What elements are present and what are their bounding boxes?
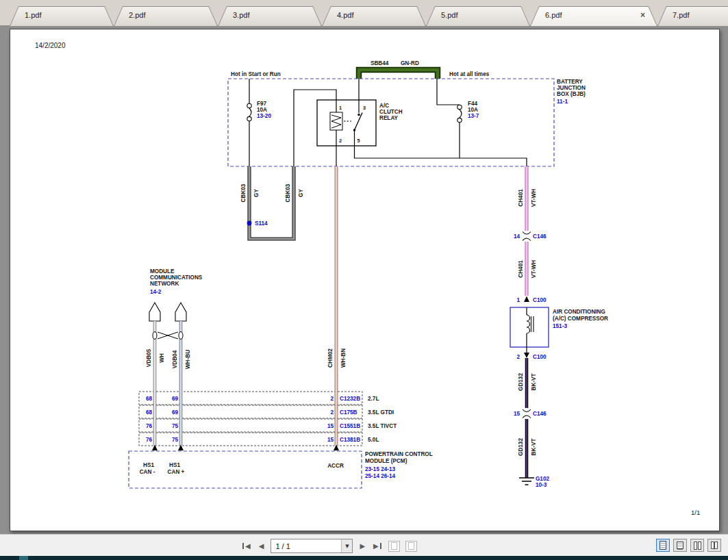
pcm-connector-table: 68 69 2 C1232B 2.7L 68 69 2 C175B 3.5L G… — [139, 392, 397, 446]
relay-pin-5: 5 — [357, 138, 360, 144]
tab-label: 3.pdf — [233, 11, 249, 19]
mcn-name-1: MODULE — [150, 268, 175, 275]
f97-id: F97 — [257, 101, 267, 107]
next-page-icon: ▶ — [360, 543, 365, 550]
clutch-coil-symbol — [527, 315, 530, 333]
c100-lower-arrow — [524, 353, 529, 358]
book-view-icon — [711, 542, 718, 549]
first-page-button[interactable]: ◀ — [241, 542, 252, 550]
view-mode-book-button[interactable] — [707, 539, 721, 552]
row3-pin-a: 76 — [146, 423, 153, 429]
relay-name-3: RELAY — [379, 115, 399, 121]
row3-engine: 3.5L TIVCT — [368, 423, 397, 429]
power-feed-section: SBB44 GN-RD Hot in Start or Run Hot at a… — [231, 60, 490, 79]
doc-tool-icon-1[interactable] — [388, 541, 400, 552]
wiring-diagram: 14/2/2020 1/1 SBB44 GN-RD Hot in Start o… — [10, 29, 719, 531]
row3-connector: C1551B — [340, 423, 360, 429]
last-page-icon: ▶ — [373, 543, 379, 550]
pdf-page: 14/2/2020 1/1 SBB44 GN-RD Hot in Start o… — [10, 29, 720, 531]
page-dropdown-button[interactable]: ▼ — [341, 539, 352, 552]
page-glyph-icon — [391, 542, 397, 550]
ground-symbol — [519, 478, 534, 485]
label-sbb44-color: GN-RD — [401, 60, 419, 66]
c100-lower-id: C100 — [533, 354, 547, 360]
pcm-accr: ACCR — [327, 463, 344, 469]
twisted-pair-symbol — [158, 332, 178, 339]
row4-connector: C1381B — [340, 437, 360, 443]
battery-junction-box: BATTERY JUNCTION BOX (BJB) 11-1 — [228, 79, 586, 166]
tab-1pdf[interactable]: 1.pdf — [10, 6, 114, 26]
relay-pin-1: 1 — [339, 105, 342, 111]
tab-2pdf[interactable]: 2.pdf — [114, 6, 218, 26]
tab-3pdf[interactable]: 3.pdf — [218, 6, 322, 26]
c146-upper-pin: 14 — [514, 233, 520, 240]
status-chip — [19, 556, 28, 560]
row3-pin-c: 15 — [327, 423, 334, 429]
row4-pin-c: 15 — [327, 437, 334, 443]
ch401-upper-id: CH401 — [518, 189, 524, 207]
row1-connector: C1232B — [340, 396, 360, 402]
f44-rating: 10A — [468, 107, 478, 113]
last-page-bar-icon — [380, 543, 381, 549]
mcn-name-2: COMMUNICATIONS — [150, 275, 203, 281]
page-number-input[interactable]: 1 / 1 ▼ — [271, 539, 353, 553]
pcm-hs1-plus-1: HS1 — [169, 462, 180, 468]
pcm-name-2: MODULE (PCM) — [365, 458, 407, 464]
gd132-lower-id: GD132 — [518, 438, 524, 456]
tab-label: 5.pdf — [441, 11, 457, 19]
relay-pin-2: 2 — [339, 138, 342, 144]
bjb-page-ref: 11-1 — [557, 99, 568, 105]
status-strip — [0, 556, 728, 560]
last-page-button[interactable]: ▶ — [372, 542, 383, 550]
compressor-name-2: (A/C) COMPRESSOR — [553, 316, 608, 322]
f44-page-ref: 13-7 — [468, 113, 479, 119]
facing-pages-icon — [694, 542, 701, 550]
cbk03-left-id: CBK03 — [240, 183, 247, 202]
bottom-toolbar: ◀ ◀ 1 / 1 ▼ ▶ ▶ — [0, 534, 728, 556]
compressor-box — [510, 307, 549, 347]
tab-label: 7.pdf — [673, 11, 689, 19]
pcm-hs1-plus-2: CAN + — [168, 469, 185, 475]
row2-pin-b: 69 — [172, 409, 179, 416]
relay-pin-3: 3 — [363, 105, 366, 111]
c100-upper-id: C100 — [533, 297, 547, 303]
view-mode-single-button[interactable] — [656, 539, 670, 552]
chm02-color: WH-BN — [340, 348, 347, 368]
row2-engine: 3.5L GTDI — [368, 409, 394, 416]
view-mode-continuous-button[interactable] — [673, 539, 687, 552]
cbk03-right-id: CBK03 — [285, 183, 291, 202]
tab-5pdf[interactable]: 5.pdf — [426, 6, 530, 26]
tab-6pdf-active[interactable]: 6.pdf × — [530, 6, 657, 26]
doc-tool-icon-2[interactable] — [405, 541, 417, 552]
relay-name-1: A/C — [379, 103, 389, 109]
vdb05-id: VDB05 — [146, 348, 152, 367]
previous-page-button[interactable]: ◀ — [258, 542, 266, 550]
sheet-number: 1/1 — [691, 509, 700, 516]
gd132-upper-color: BK-VT — [531, 373, 537, 390]
c146-upper-id: C146 — [533, 233, 547, 240]
f44-id: F44 — [468, 101, 478, 107]
view-mode-facing-button[interactable] — [690, 539, 704, 552]
tab-7pdf[interactable]: 7.pdf — [657, 6, 728, 26]
label-sbb44-id: SBB44 — [371, 60, 389, 66]
row3-pin-b: 75 — [172, 423, 179, 429]
chevron-down-icon: ▼ — [345, 544, 349, 549]
next-page-button[interactable]: ▶ — [358, 542, 366, 550]
row4-engine: 5.0L — [368, 437, 379, 443]
page-navigation: ◀ ◀ 1 / 1 ▼ ▶ ▶ — [241, 539, 417, 553]
fuse-f44: F44 10A 13-7 — [437, 79, 479, 158]
relay-name-2: CLUTCH — [379, 109, 403, 115]
first-page-icon: ◀ — [245, 543, 251, 550]
wire-cbk03-circuit: S114 CBK03 GY CBK03 GY — [240, 90, 336, 239]
offpage-arrow-can-plus — [175, 303, 186, 321]
wire-chm02: CHM02 WH-BN — [327, 166, 347, 450]
row2-pin-c: 2 — [330, 409, 334, 416]
c100-upper-pin: 1 — [516, 297, 520, 303]
row2-connector: C175B — [340, 409, 357, 416]
tab-4pdf[interactable]: 4.pdf — [322, 6, 426, 26]
mcn-page-ref: 14-2 — [150, 289, 162, 295]
cbk03-left-color: GY — [253, 189, 260, 197]
close-tab-icon[interactable]: × — [640, 10, 645, 20]
pcm-page-refs-1: 23-15 24-13 — [365, 466, 396, 472]
ground-id: G102 — [536, 476, 549, 482]
